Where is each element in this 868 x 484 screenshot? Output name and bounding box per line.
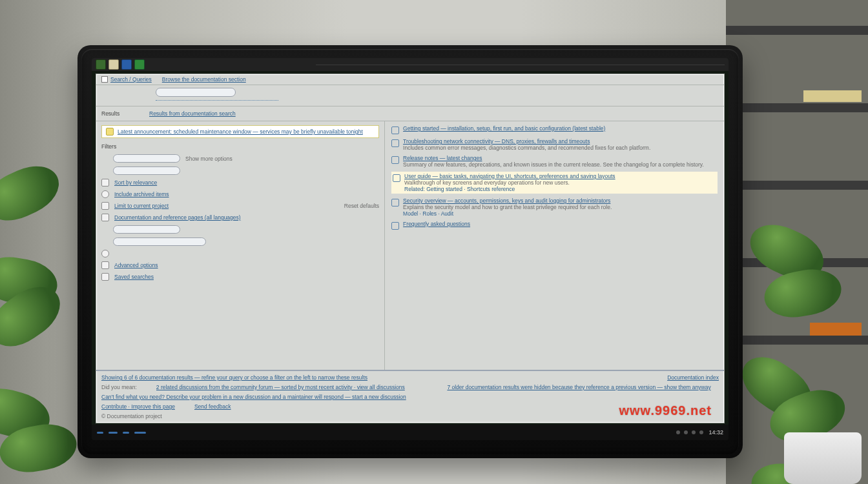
discussions-link[interactable]: 2 related discussions from the community… xyxy=(156,384,428,390)
doc-index-link[interactable]: Documentation index xyxy=(667,374,719,381)
launcher-archive-icon[interactable] xyxy=(108,59,119,70)
right-column: Getting started — installation, setup, f… xyxy=(385,121,724,370)
taskbar-app-4[interactable] xyxy=(134,432,146,434)
system-tray[interactable] xyxy=(676,430,703,434)
result-title-0: Getting started — installation, setup, f… xyxy=(403,125,718,132)
filter-input-1[interactable] xyxy=(113,166,180,175)
os-menubar[interactable] xyxy=(92,58,728,71)
os-taskbar[interactable]: 14:32 xyxy=(92,425,728,440)
doc-icon xyxy=(391,126,399,134)
doc-icon xyxy=(391,139,399,147)
app-window: Search / Queries Browse the documentatio… xyxy=(96,74,725,423)
start-discussion-link[interactable]: Can't find what you need? Describe your … xyxy=(101,394,719,400)
doc-icon xyxy=(391,199,399,207)
filter-input-0[interactable] xyxy=(113,154,180,163)
tray-sound-icon[interactable] xyxy=(684,430,688,434)
filter-row-7[interactable] xyxy=(101,237,379,246)
result-title-3: User guide — basic tasks, navigating the… xyxy=(404,173,716,179)
filter-row-9[interactable]: Advanced options xyxy=(101,261,379,269)
filter-row-5[interactable]: Documentation and reference pages (all l… xyxy=(101,214,379,221)
filter-text-2: Sort by relevance xyxy=(114,179,379,186)
contribute-link[interactable]: Contribute · Improve this page xyxy=(101,403,175,410)
result-1[interactable]: Troubleshooting network connectivity — D… xyxy=(391,138,718,151)
results-label: Results xyxy=(101,110,138,117)
plant-pot xyxy=(784,432,862,484)
title-row: Results Results from documentation searc… xyxy=(96,106,724,121)
result-3[interactable]: User guide — basic tasks, navigating the… xyxy=(391,172,718,194)
launcher-terminal-icon[interactable] xyxy=(134,59,145,70)
doc-icon xyxy=(391,222,399,230)
filter-row-3[interactable]: Include archived items xyxy=(101,190,379,198)
launcher-files-icon[interactable] xyxy=(96,59,106,70)
result-desc-1: Includes common error messages, diagnost… xyxy=(403,145,650,151)
bullet-icon xyxy=(101,273,109,281)
filter-hint-4[interactable]: Reset defaults xyxy=(344,203,379,209)
search-underline xyxy=(156,100,278,101)
tab-search-label: Search / Queries xyxy=(110,76,152,83)
screen: Search / Queries Browse the documentatio… xyxy=(92,58,728,440)
filter-text-10: Saved searches xyxy=(114,274,379,280)
result-related-4[interactable]: Model · Roles · Audit xyxy=(403,210,718,217)
tray-battery-icon[interactable] xyxy=(692,430,696,434)
filter-text-3: Include archived items xyxy=(114,191,379,197)
menubar-divider xyxy=(316,65,725,65)
tab-browse-label: Browse the documentation section xyxy=(162,76,246,83)
result-title-4: Security overview — accounts, permission… xyxy=(403,197,718,204)
bullet-icon xyxy=(101,202,109,210)
announcement-text[interactable]: Latest announcement: scheduled maintenan… xyxy=(118,128,363,135)
taskbar-app-3[interactable] xyxy=(123,432,129,434)
tab-browse[interactable]: Browse the documentation section xyxy=(162,76,246,83)
filter-row-0[interactable]: Show more options xyxy=(101,154,379,163)
result-desc-2: Summary of new features, deprecations, a… xyxy=(403,161,704,168)
taskbar-app-2[interactable] xyxy=(108,432,118,434)
result-0[interactable]: Getting started — installation, setup, f… xyxy=(391,125,718,134)
search-input[interactable] xyxy=(156,88,236,97)
filters-label: Filters xyxy=(101,143,379,150)
filter-text-9: Advanced options xyxy=(114,262,379,268)
app-header: Search / Queries Browse the documentatio… xyxy=(96,74,724,85)
filter-hint-0[interactable]: Show more options xyxy=(185,156,232,162)
filter-text-4: Limit to current project xyxy=(114,203,339,209)
watermark: www.9969.net xyxy=(619,403,712,418)
result-title-5: Frequently asked questions xyxy=(403,221,718,227)
filter-row-1[interactable] xyxy=(101,166,379,175)
launcher-network-icon[interactable] xyxy=(121,59,132,70)
tray-network-icon[interactable] xyxy=(676,430,680,434)
taskbar-clock[interactable]: 14:32 xyxy=(708,429,723,436)
result-5[interactable]: Frequently asked questions xyxy=(391,221,718,230)
result-4[interactable]: Security overview — accounts, permission… xyxy=(391,197,718,217)
bullet-icon xyxy=(101,261,109,269)
result-desc-3: Walkthrough of key screens and everyday … xyxy=(404,179,570,186)
summary-row-1[interactable]: Showing 6 of 6 documentation results — r… xyxy=(101,374,648,381)
checkbox-icon[interactable] xyxy=(101,214,109,221)
announcement-banner: Latest announcement: scheduled maintenan… xyxy=(101,125,379,138)
search-row xyxy=(96,85,724,106)
hidden-results-link[interactable]: 7 older documentation results were hidde… xyxy=(447,384,719,390)
filter-row-2[interactable]: Sort by relevance xyxy=(101,179,379,187)
filter-row-8[interactable] xyxy=(101,250,379,257)
monitor-bezel: Search / Queries Browse the documentatio… xyxy=(78,45,743,458)
radio-icon[interactable] xyxy=(101,190,109,198)
result-title-1: Troubleshooting network connectivity — D… xyxy=(403,138,718,145)
tab-search[interactable]: Search / Queries xyxy=(101,76,152,83)
filter-input-7[interactable] xyxy=(113,237,206,246)
bullet-icon xyxy=(101,179,109,187)
feedback-link[interactable]: Send feedback xyxy=(194,403,231,410)
filter-input-6[interactable] xyxy=(113,225,180,234)
tray-notifications-icon[interactable] xyxy=(699,430,703,434)
filter-row-4[interactable]: Limit to current project Reset defaults xyxy=(101,202,379,210)
filter-text-5: Documentation and reference pages (all l… xyxy=(114,214,379,221)
checkbox-icon xyxy=(101,76,108,83)
plant-right xyxy=(745,148,868,484)
radio-icon[interactable] xyxy=(101,250,109,257)
warning-icon xyxy=(106,128,114,136)
filter-row-6[interactable] xyxy=(101,225,379,234)
taskbar-app-1[interactable] xyxy=(97,432,103,434)
result-2[interactable]: Release notes — latest changes Summary o… xyxy=(391,155,718,168)
doc-icon xyxy=(393,174,400,182)
result-related-3[interactable]: Related: Getting started · Shortcuts ref… xyxy=(404,186,716,192)
results-link[interactable]: Results from documentation search xyxy=(149,110,236,117)
filter-row-10[interactable]: Saved searches xyxy=(101,273,379,281)
result-title-2: Release notes — latest changes xyxy=(403,155,718,161)
did-you-mean-label: Did you mean: xyxy=(101,384,137,390)
